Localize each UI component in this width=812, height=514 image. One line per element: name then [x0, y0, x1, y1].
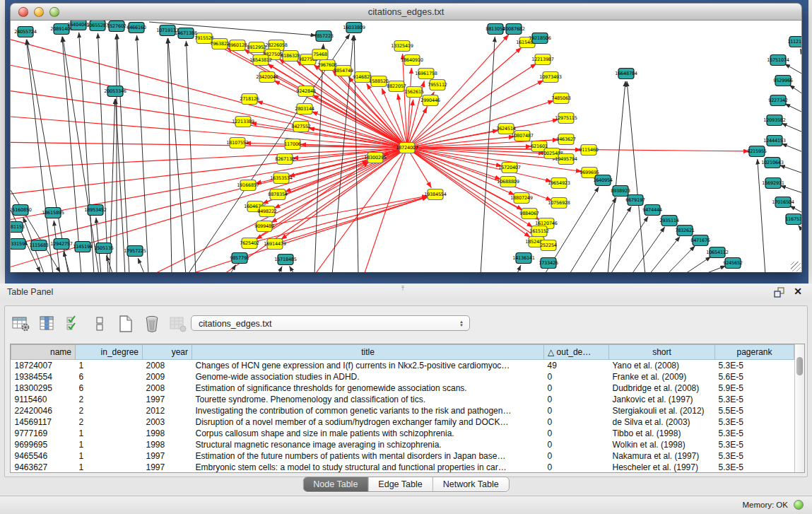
canvas-resize-grip[interactable]	[791, 262, 801, 271]
column-header-out_de[interactable]: △ out_de…	[544, 345, 609, 360]
graph-node[interactable]: 17016504	[772, 197, 794, 208]
column-header-short[interactable]: short	[609, 345, 715, 360]
graph-node[interactable]: 1640954	[593, 175, 613, 186]
graph-node[interactable]: 117006	[284, 139, 301, 150]
table-row[interactable]: 1456911722003Disruption of a novel membe…	[11, 416, 794, 428]
graph-node[interactable]: 8938923	[611, 186, 630, 197]
graph-node[interactable]: 1588520	[369, 76, 389, 87]
graph-node[interactable]: 20053346	[104, 86, 126, 97]
graph-node[interactable]: 12444153	[763, 136, 786, 146]
graph-node[interactable]: 18953452	[84, 205, 107, 216]
column-header-title[interactable]: title	[192, 345, 544, 360]
table-selector-dropdown[interactable]: citations_edges.txt ▲▼	[191, 315, 470, 331]
graph-node[interactable]: 10973493	[539, 72, 562, 83]
graph-node[interactable]: 10807487	[511, 131, 534, 141]
minimize-window-icon[interactable]	[34, 7, 44, 17]
table-row[interactable]: 2242004622012Investigating the contribut…	[11, 405, 794, 416]
panel-splitter-grip[interactable]: ⤒	[401, 285, 408, 291]
graph-node[interactable]: 2803144	[295, 104, 314, 115]
delete-table-button[interactable]	[141, 313, 163, 334]
column-header-year[interactable]: year	[143, 345, 192, 360]
table-row[interactable]: 969969511998Structural magnetic resonanc…	[11, 439, 794, 450]
table-row[interactable]: 1872400712008Changes of HCN gene express…	[11, 360, 794, 372]
row-height-button[interactable]	[89, 313, 110, 334]
graph-node[interactable]: 12213389	[232, 117, 254, 127]
graph-node[interactable]: 2990446	[420, 95, 440, 106]
graph-node[interactable]: 10654112	[706, 247, 729, 258]
graph-node[interactable]: 1527602	[107, 21, 126, 32]
tab-node-table[interactable]: Node Table	[303, 477, 367, 491]
graph-node[interactable]: 12942757	[50, 239, 73, 250]
graph-node[interactable]: 9227342	[768, 95, 788, 106]
graph-node[interactable]: 2718126	[240, 94, 259, 105]
import-table-disabled-button[interactable]	[167, 313, 189, 334]
graph-node[interactable]: 10688809	[497, 177, 519, 187]
graph-node[interactable]: 15692931	[762, 178, 784, 189]
table-row[interactable]: 911546021997Tourette syndrome. Phenomeno…	[11, 394, 794, 405]
graph-node[interactable]: 7955112	[428, 80, 447, 90]
graph-node[interactable]: 18807249	[510, 193, 533, 204]
graph-node[interactable]: 14136141	[512, 253, 535, 264]
graph-node[interactable]: 9331594	[11, 239, 28, 250]
float-panel-icon[interactable]	[774, 287, 785, 298]
graph-node[interactable]: 15720407	[498, 163, 521, 173]
close-window-icon[interactable]	[18, 7, 28, 17]
graph-node[interactable]: 10210643	[761, 158, 784, 168]
tab-network-table[interactable]: Network Table	[433, 477, 509, 491]
graph-node[interactable]: 18300295	[364, 153, 387, 163]
graph-node[interactable]: 9884067	[519, 209, 539, 219]
graph-node[interactable]: 19384554	[424, 189, 447, 200]
graph-node[interactable]: 9242848	[296, 86, 316, 97]
graph-node[interactable]: 12093582	[763, 115, 786, 126]
graph-node[interactable]: 8822057	[387, 81, 406, 92]
graph-node[interactable]: 2935114	[659, 216, 679, 226]
graph-node[interactable]: 20087682	[502, 24, 525, 35]
table-scrollbar-thumb[interactable]	[796, 357, 803, 375]
graph-node[interactable]: 18640910	[401, 55, 423, 66]
table-row[interactable]: 1830029562008Estimation of significance …	[11, 382, 794, 394]
graph-node[interactable]: 18724007	[396, 143, 418, 153]
graph-node[interactable]: 18615895	[42, 208, 64, 218]
graph-node[interactable]: 1115683	[29, 240, 49, 251]
memory-status-icon[interactable]	[794, 500, 804, 510]
graph-node[interactable]: 8471676	[690, 235, 710, 246]
graph-node[interactable]: 9529966	[773, 76, 793, 86]
column-header-pagerank[interactable]: pagerank	[715, 345, 794, 360]
graph-node[interactable]: 16543812	[249, 55, 272, 66]
close-panel-icon[interactable]: ✕	[794, 286, 802, 297]
graph-node[interactable]: 9081153	[11, 222, 25, 233]
graph-node[interactable]: 19218506	[529, 33, 551, 44]
graph-node[interactable]: 252254	[540, 240, 557, 251]
table-row[interactable]: 946554611997Estimation of the future num…	[11, 450, 794, 462]
graph-node[interactable]: 116753	[785, 214, 801, 225]
graph-node[interactable]: 8215955	[747, 146, 767, 157]
column-header-name[interactable]: name	[11, 345, 76, 360]
graph-node[interactable]: 9498222	[257, 206, 277, 217]
tab-edge-table[interactable]: Edge Table	[367, 477, 432, 491]
graph-node[interactable]: 9474444	[642, 205, 662, 216]
graph-node[interactable]: 16914479	[264, 239, 286, 250]
graph-node[interactable]: 9099489	[254, 221, 274, 232]
graph-node[interactable]: 8960128	[228, 40, 247, 51]
column-header-in_degree[interactable]: in_degree	[76, 345, 143, 360]
graph-node[interactable]: 1145194	[73, 242, 93, 252]
graph-node[interactable]: 8878354	[268, 189, 288, 200]
graph-node[interactable]: 16033809	[343, 23, 365, 33]
zoom-window-icon[interactable]	[49, 7, 59, 17]
graph-node[interactable]: 1733426	[539, 258, 558, 269]
graph-node[interactable]: 16353534	[270, 173, 293, 184]
show-columns-button[interactable]	[37, 313, 58, 334]
graph-node[interactable]: 10655287	[86, 21, 109, 31]
graph-node[interactable]: 1505135	[94, 243, 114, 254]
graph-node[interactable]: 19166857	[237, 180, 259, 191]
graph-node[interactable]: 10756928	[548, 198, 570, 209]
graph-node[interactable]: 12975115	[555, 113, 577, 124]
create-table-button[interactable]	[115, 313, 136, 334]
graph-node[interactable]: 6466160	[126, 23, 146, 33]
graph-node[interactable]: 9463627	[556, 134, 576, 145]
select-columns-button[interactable]	[63, 313, 84, 334]
graph-node[interactable]: 75468	[312, 49, 328, 60]
table-row[interactable]: 946362711997Embryonic stem cells: a mode…	[11, 462, 794, 473]
graph-node[interactable]: 8267130	[275, 154, 295, 165]
graph-node[interactable]: 24055724	[14, 27, 37, 37]
